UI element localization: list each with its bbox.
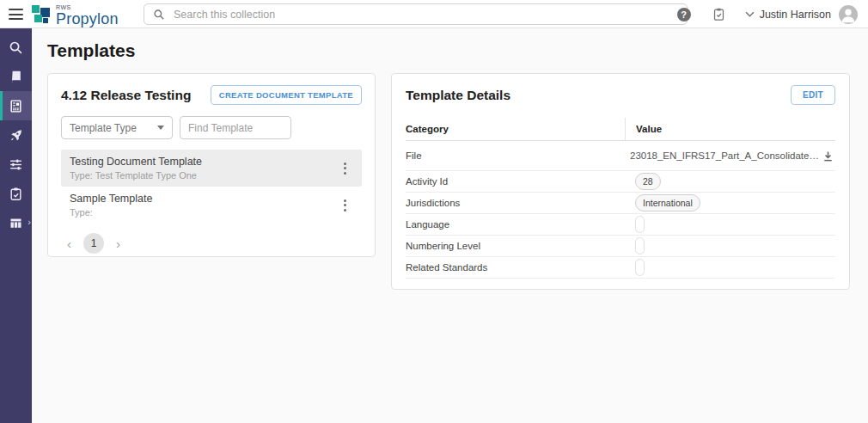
kebab-menu-icon[interactable]: [337, 196, 353, 215]
activity-id-chip: 28: [635, 173, 661, 190]
empty-chip: [635, 259, 645, 276]
row-category: File: [406, 150, 620, 161]
chevron-down-icon: [745, 11, 755, 17]
template-type-line: Type: Test Template Type One: [70, 170, 202, 181]
empty-chip: [635, 237, 645, 254]
logo-rws-text: RWS: [56, 4, 119, 10]
search-input[interactable]: [174, 9, 678, 21]
empty-chip: [635, 216, 645, 233]
details-header-row: Category Value: [406, 118, 835, 141]
pagination-next-icon[interactable]: ›: [113, 236, 123, 252]
sidebar-item-collections[interactable]: ›: [0, 208, 32, 237]
collection-title: 4.12 Release Testing: [61, 88, 191, 103]
details-title: Template Details: [406, 88, 510, 103]
row-category: Related Standards: [406, 262, 625, 273]
template-name: Sample Template: [70, 193, 152, 205]
row-category: Numbering Level: [406, 241, 625, 251]
top-bar: RWS Propylon ? Justin Harrison: [0, 0, 868, 28]
logo-propylon-text: Propylon: [56, 11, 119, 27]
sliders-icon: [9, 157, 23, 172]
sidebar-item-library[interactable]: [0, 62, 32, 91]
edit-button[interactable]: EDIT: [791, 85, 835, 105]
column-header-category: Category: [406, 124, 625, 134]
template-type-select-value: Template Type: [70, 122, 137, 134]
sidebar-item-search[interactable]: [0, 33, 32, 62]
table-columns-icon: [9, 216, 23, 230]
create-document-template-button[interactable]: CREATE DOCUMENT TEMPLATE: [211, 85, 362, 105]
collection-search: [144, 3, 688, 25]
template-list: Testing Document Template Type: Test Tem…: [61, 150, 362, 224]
search-icon: [153, 9, 165, 21]
details-row-activity-id: Activity Id 28: [406, 171, 835, 193]
pagination: ‹ 1 ›: [61, 233, 362, 254]
clipboard-check-icon[interactable]: [712, 7, 726, 21]
details-row-language: Language: [406, 214, 835, 236]
find-template-input[interactable]: [180, 116, 291, 139]
sidebar-item-settings[interactable]: [0, 150, 32, 179]
template-details-card: Template Details EDIT Category Value Fil…: [391, 73, 850, 290]
details-row-file: File 23018_EN_IFRS17_Part_A_Consolidated…: [406, 141, 835, 171]
clipboard-check-icon: [9, 187, 23, 201]
sidebar-expand-icon[interactable]: ›: [28, 218, 31, 227]
sidebar-nav: ›: [0, 28, 32, 423]
template-list-item[interactable]: Testing Document Template Type: Test Tem…: [61, 150, 362, 187]
row-category: Jurisdictions: [406, 198, 625, 208]
sidebar-item-tasks[interactable]: [0, 179, 32, 208]
details-table: Category Value File 23018_EN_IFRS17_Part…: [406, 118, 835, 279]
collection-templates-card: 4.12 Release Testing CREATE DOCUMENT TEM…: [47, 73, 376, 257]
kebab-menu-icon[interactable]: [337, 159, 353, 178]
propylon-pinwheel-icon: [31, 3, 53, 26]
details-row-numbering-level: Numbering Level: [406, 236, 835, 257]
details-row-related-standards: Related Standards: [406, 257, 835, 279]
pagination-page-1[interactable]: 1: [83, 233, 104, 254]
caret-down-icon: [157, 126, 164, 130]
row-category: Activity Id: [406, 176, 625, 187]
sidebar-item-launch[interactable]: [0, 120, 32, 150]
user-menu[interactable]: Justin Harrison: [745, 9, 831, 21]
avatar[interactable]: [839, 5, 858, 24]
rocket-icon: [9, 128, 23, 143]
user-name: Justin Harrison: [760, 9, 831, 21]
column-header-value: Value: [625, 118, 835, 140]
app-logo[interactable]: RWS Propylon: [31, 3, 119, 27]
sidebar-item-templates[interactable]: [0, 91, 32, 120]
row-category: Language: [406, 219, 625, 230]
template-form-icon: [9, 99, 23, 113]
template-name: Testing Document Template: [70, 156, 202, 168]
hamburger-menu-icon[interactable]: [9, 9, 23, 20]
jurisdiction-chip: International: [635, 194, 700, 212]
template-list-item[interactable]: Sample Template Type:: [61, 187, 362, 224]
file-name: 23018_EN_IFRS17_Part_A_Consolidated_July…: [630, 150, 821, 161]
search-icon: [9, 40, 23, 55]
details-row-jurisdictions: Jurisdictions International: [406, 193, 835, 214]
template-type-select[interactable]: Template Type: [61, 116, 173, 139]
pagination-prev-icon[interactable]: ‹: [64, 236, 74, 252]
page-title: Templates: [47, 40, 135, 61]
main-content: Templates 4.12 Release Testing CREATE DO…: [32, 28, 868, 423]
book-icon: [9, 70, 23, 84]
help-icon[interactable]: ?: [677, 8, 691, 21]
template-type-line: Type:: [70, 207, 152, 218]
download-icon[interactable]: [821, 149, 835, 163]
